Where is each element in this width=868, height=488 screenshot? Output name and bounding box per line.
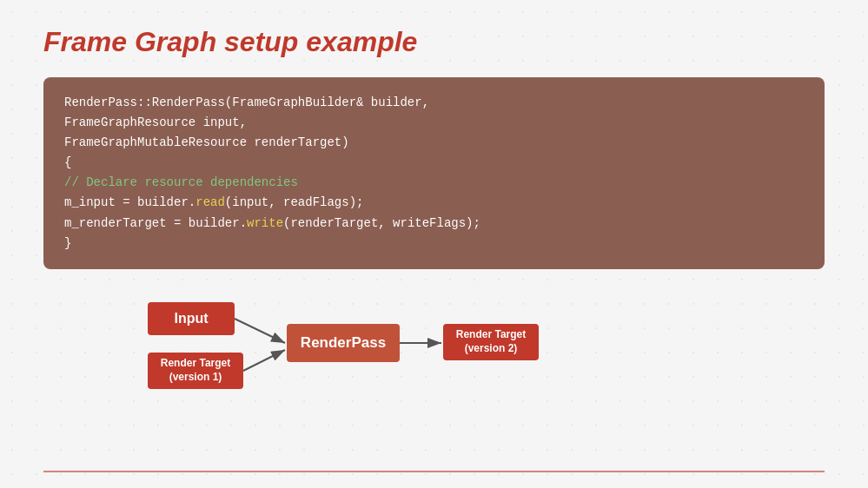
code-line-1: RenderPass::RenderPass(FrameGraphBuilder…	[64, 93, 804, 113]
svg-line-2	[243, 350, 285, 371]
code-line-3: FrameGraphMutableResource renderTarget)	[64, 133, 804, 153]
code-block: RenderPass::RenderPass(FrameGraphBuilder…	[43, 77, 825, 269]
code-text: RenderPass::RenderPass(FrameGraphBuilder…	[64, 96, 429, 109]
code-comment: // Declare resource dependencies	[64, 175, 298, 189]
code-text: m_input = builder.	[64, 195, 195, 209]
code-line-4: {	[64, 153, 804, 173]
slide-title: Frame Graph setup example	[43, 26, 825, 58]
code-line-8: }	[64, 234, 804, 254]
svg-line-1	[235, 319, 285, 343]
code-line-5: // Declare resource dependencies	[64, 173, 804, 193]
node-render-target-2: Render Target(version 2)	[443, 324, 539, 360]
code-text: (input, readFlags);	[225, 195, 364, 209]
code-text: FrameGraphResource input,	[64, 115, 247, 129]
node-render-target-1: Render Target(version 1)	[148, 353, 243, 389]
code-method: read	[195, 195, 225, 209]
node-renderpass: RenderPass	[287, 324, 400, 362]
code-line-7: m_renderTarget = builder.write(renderTar…	[64, 214, 804, 234]
code-text: {	[64, 155, 71, 169]
code-text: (renderTarget, writeFlags);	[283, 216, 480, 230]
code-line-6: m_input = builder.read(input, readFlags)…	[64, 193, 804, 213]
bottom-divider	[43, 471, 825, 472]
code-line-2: FrameGraphResource input,	[64, 113, 804, 133]
code-text: m_renderTarget = builder.	[64, 216, 247, 230]
diagram: Input Render Target(version 1) RenderPas…	[148, 293, 825, 406]
code-text: }	[64, 236, 71, 250]
node-input: Input	[148, 302, 235, 335]
slide: Frame Graph setup example RenderPass::Re…	[0, 0, 868, 488]
code-method: write	[247, 216, 283, 230]
code-text: FrameGraphMutableResource renderTarget)	[64, 135, 349, 149]
